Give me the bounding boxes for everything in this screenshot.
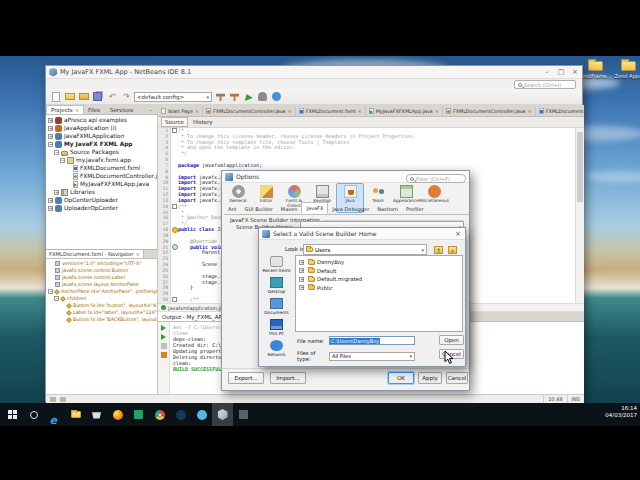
editor-tab[interactable]: FXMLDocumentController.java × bbox=[443, 106, 536, 116]
toolbar-icon[interactable] bbox=[215, 91, 226, 102]
navigator-item[interactable]: Label fx:id="label", layoutX="126", layo… bbox=[46, 309, 157, 316]
place-item[interactable]: This PC bbox=[259, 317, 294, 338]
editor-tool-icon[interactable] bbox=[320, 119, 327, 126]
taskbar-button[interactable] bbox=[86, 403, 107, 426]
toolbar-icon[interactable] bbox=[50, 91, 61, 102]
panel-minimize-icon[interactable]: – bbox=[149, 106, 152, 113]
up-one-level-button[interactable]: ↑ bbox=[433, 244, 444, 255]
editor-tool-icon[interactable] bbox=[338, 119, 345, 126]
output-action-icon[interactable] bbox=[161, 343, 167, 349]
editor-scrollbar[interactable] bbox=[575, 128, 584, 303]
options-subtab[interactable]: Maven bbox=[277, 204, 302, 214]
navigator-item[interactable]: − AnchorPane id="AnchorPane", prefHeight… bbox=[46, 288, 157, 295]
expander-icon[interactable]: − bbox=[48, 289, 53, 294]
ide-search-box[interactable]: Search (Ctrl+I) bbox=[514, 80, 576, 89]
navigator-item[interactable]: − children bbox=[46, 295, 157, 302]
maximize-button[interactable]: □ bbox=[554, 66, 568, 78]
output-action-icon[interactable] bbox=[161, 352, 167, 358]
options-subtab[interactable]: JavaFX bbox=[301, 202, 328, 214]
taskbar-button[interactable] bbox=[128, 403, 149, 426]
editor-tool-icon[interactable] bbox=[347, 119, 354, 126]
editor-tab[interactable]: FXMLDocument.fxml × bbox=[296, 106, 366, 116]
file-list-item[interactable]: + DannyBoy bbox=[296, 258, 462, 267]
taskbar-button[interactable] bbox=[233, 403, 254, 426]
file-list-item[interactable]: + Default bbox=[296, 267, 462, 276]
import-button[interactable]: Import... bbox=[270, 372, 306, 384]
toolbar-icon[interactable] bbox=[229, 91, 240, 102]
tree-item[interactable]: + Libraries bbox=[46, 188, 157, 196]
toolbar-icon[interactable] bbox=[243, 91, 254, 102]
file-list[interactable]: + DannyBoy + Default + Default.migrated … bbox=[295, 255, 463, 332]
taskbar-clock[interactable]: 16:14 04/03/2017 bbox=[605, 405, 637, 419]
toolbar-icon[interactable] bbox=[64, 91, 75, 102]
panel-tab[interactable]: Files bbox=[84, 106, 106, 114]
toolbar-icon[interactable] bbox=[257, 91, 268, 102]
editor-tool-icon[interactable] bbox=[248, 119, 255, 126]
toolbar-icon[interactable] bbox=[271, 91, 282, 102]
apply-button[interactable]: Apply bbox=[418, 372, 442, 384]
tree-item[interactable]: + JavaApplication (i) bbox=[46, 124, 157, 132]
editor-tool-icon[interactable] bbox=[329, 119, 336, 126]
toolbar-icon[interactable] bbox=[120, 91, 131, 102]
options-subtab[interactable]: Java Debugger bbox=[328, 204, 373, 214]
expander-icon[interactable]: + bbox=[48, 118, 53, 123]
navigator-item[interactable]: version="1.0" encoding="UTF-8" bbox=[46, 260, 157, 267]
file-list-item[interactable]: + Default.migrated bbox=[296, 275, 462, 284]
toolbar-icon[interactable] bbox=[92, 91, 103, 102]
expander-icon[interactable]: + bbox=[299, 268, 304, 273]
history-view-button[interactable]: History bbox=[190, 118, 216, 126]
close-icon[interactable]: × bbox=[195, 108, 199, 114]
close-icon[interactable]: × bbox=[357, 108, 361, 114]
close-button[interactable]: × bbox=[568, 66, 582, 78]
taskbar-button[interactable] bbox=[170, 403, 191, 426]
tree-item[interactable]: MyJavaFXFXMLApp.java bbox=[46, 180, 157, 188]
options-subtab[interactable]: Nashorn bbox=[373, 204, 402, 214]
editor-tool-icon[interactable] bbox=[356, 119, 363, 126]
file-name-input[interactable]: C:\Users\DannyBoy bbox=[329, 336, 415, 345]
expander-icon[interactable]: − bbox=[60, 158, 65, 163]
editor-tab[interactable]: MyJavaFXFXMLApp.java × bbox=[366, 106, 443, 116]
editor-tool-icon[interactable] bbox=[302, 119, 309, 126]
minimize-button[interactable]: – bbox=[540, 66, 554, 78]
desktop-folder-shortcut[interactable]: Zend Apps bbox=[615, 58, 640, 79]
tree-item[interactable]: FXMLDocumentController.java bbox=[46, 172, 157, 180]
ok-button[interactable]: OK bbox=[388, 372, 414, 384]
navigator-item[interactable]: Button fx:id="BACKButton", layoutX="126.… bbox=[46, 316, 157, 323]
tree-item[interactable]: + JavaFXMLApplication bbox=[46, 132, 157, 140]
expander-icon[interactable]: + bbox=[48, 206, 53, 211]
taskbar-button[interactable] bbox=[2, 403, 23, 426]
taskbar-button[interactable] bbox=[23, 403, 44, 426]
expander-icon[interactable]: + bbox=[299, 277, 304, 282]
expander-icon[interactable]: − bbox=[54, 296, 59, 301]
place-item[interactable]: Network bbox=[259, 338, 294, 359]
editor-tool-icon[interactable] bbox=[230, 119, 237, 126]
config-combobox[interactable]: <default config> ▾ bbox=[134, 92, 212, 102]
file-list-item[interactable]: + Public bbox=[296, 284, 462, 293]
close-icon[interactable]: × bbox=[135, 251, 139, 257]
options-subtab[interactable]: Ant bbox=[224, 204, 241, 214]
close-icon[interactable]: × bbox=[75, 107, 79, 113]
navigator-item[interactable]: javafx.scene.control.Button bbox=[46, 267, 157, 274]
place-item[interactable]: Desktop bbox=[259, 275, 294, 296]
editor-tool-icon[interactable] bbox=[239, 119, 246, 126]
navigator-item[interactable]: Button fx:id="button", layoutX="41.0", l… bbox=[46, 302, 157, 309]
expander-icon[interactable]: − bbox=[54, 150, 59, 155]
cancel-button[interactable]: Cancel bbox=[446, 372, 468, 384]
open-button[interactable]: Open bbox=[439, 335, 464, 345]
tree-item[interactable]: − my.javafx.fxml.app bbox=[46, 156, 157, 164]
expander-icon[interactable]: + bbox=[48, 126, 53, 131]
place-item[interactable]: Recent Items bbox=[259, 254, 294, 275]
expander-icon[interactable]: + bbox=[48, 134, 53, 139]
navigator-tab[interactable]: FXMLDocument.fxml - Navigator × bbox=[46, 250, 144, 258]
output-action-icon[interactable] bbox=[161, 325, 166, 331]
expander-icon[interactable]: + bbox=[54, 190, 59, 195]
expander-icon[interactable]: + bbox=[299, 260, 304, 265]
taskbar-button[interactable] bbox=[107, 403, 128, 426]
editor-tab[interactable]: FXMLDocument.fxml × bbox=[536, 106, 584, 116]
options-subtab[interactable]: GUI Builder bbox=[241, 204, 277, 214]
export-button[interactable]: Export... bbox=[228, 372, 264, 384]
file-type-combobox[interactable]: All Files ▾ bbox=[329, 352, 415, 361]
tree-item[interactable]: + OpCenterUploader bbox=[46, 196, 157, 204]
panel-tab[interactable]: Projects × bbox=[46, 105, 84, 114]
editor-tool-icon[interactable] bbox=[284, 119, 291, 126]
